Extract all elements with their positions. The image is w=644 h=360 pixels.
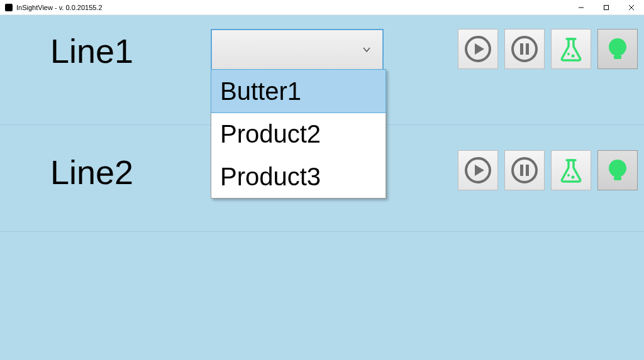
svg-rect-16 [520,165,523,176]
svg-point-10 [567,53,570,55]
titlebar-left: InSightView - v. 0.0.20155.2 [5,4,103,11]
svg-rect-1 [604,5,609,9]
svg-rect-21 [614,176,621,180]
pause-button[interactable] [504,29,545,69]
play-button[interactable] [458,150,498,190]
content-area: Line1 Butter1 Product2 Product3 [0,15,644,360]
bulb-button[interactable] [597,150,638,190]
bulb-icon [604,35,631,63]
svg-point-19 [567,174,570,177]
line-row: Line1 Butter1 Product2 Product3 [0,15,644,125]
svg-rect-12 [614,55,621,59]
play-icon [464,35,492,63]
bulb-icon [604,156,631,184]
flask-button[interactable] [551,150,591,190]
maximize-button[interactable] [594,0,619,15]
minimize-button[interactable] [569,0,594,15]
dropdown-menu: Butter1 Product2 Product3 [211,69,386,199]
product-dropdown[interactable]: Butter1 Product2 Product3 [211,29,384,70]
svg-point-15 [513,158,536,182]
svg-marker-5 [475,43,484,55]
chevron-down-icon [362,45,371,54]
bulb-button[interactable] [597,29,638,69]
svg-marker-14 [475,165,484,176]
pause-icon [511,35,538,63]
close-button[interactable] [619,0,644,15]
svg-point-11 [572,55,575,58]
play-icon [464,156,492,184]
dropdown-option[interactable]: Butter1 [211,69,386,113]
titlebar-controls [569,0,644,15]
svg-rect-7 [520,43,523,55]
window-title: InSightView - v. 0.0.20155.2 [16,4,103,11]
line-label: Line1 [50,29,211,68]
pause-icon [511,156,538,184]
flask-button[interactable] [551,29,591,69]
action-buttons [458,29,638,69]
flask-icon [557,35,585,63]
play-button[interactable] [458,29,498,69]
svg-rect-17 [526,165,529,176]
line-label: Line2 [50,150,211,189]
dropdown-option[interactable]: Product3 [211,155,386,198]
action-buttons [458,150,638,190]
app-icon [5,4,13,11]
svg-point-6 [513,37,536,61]
titlebar: InSightView - v. 0.0.20155.2 [0,0,644,15]
svg-rect-8 [526,43,529,55]
dropdown-option[interactable]: Product2 [211,112,386,155]
flask-icon [557,156,585,184]
pause-button[interactable] [504,150,545,190]
svg-point-20 [572,176,575,179]
